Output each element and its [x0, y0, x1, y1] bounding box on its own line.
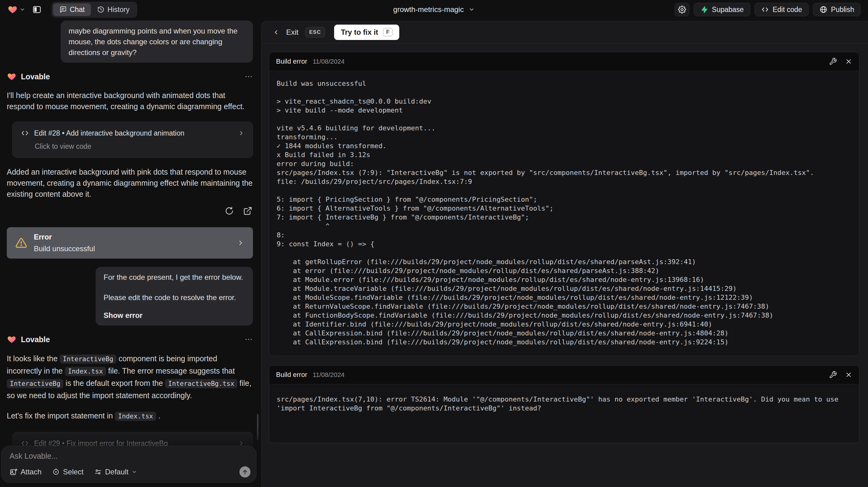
- inline-code: Index.tsx: [115, 412, 156, 421]
- lovable-heart-icon: [7, 5, 18, 14]
- inline-code: Index.tsx: [65, 367, 106, 376]
- assistant-paragraph: I'll help create an interactive backgrou…: [7, 90, 253, 112]
- supabase-button-label: Supabase: [712, 5, 744, 14]
- send-button[interactable]: [240, 466, 250, 478]
- edit-28-title: Edit #28 • Add interactive background an…: [34, 129, 184, 138]
- project-switcher[interactable]: growth-metrics-magic: [393, 5, 474, 14]
- build-error-card-2: Build error 11/08/2024 src/pages/Index.t…: [269, 365, 859, 443]
- build-error-card-1: Build error 11/08/2024 Build was unsucce…: [269, 52, 859, 356]
- edit-28-card[interactable]: Edit #28 • Add interactive background an…: [12, 122, 253, 158]
- project-name: growth-metrics-magic: [393, 5, 464, 14]
- sliders-icon: [94, 468, 102, 476]
- edit-code-button-label: Edit code: [773, 5, 802, 14]
- exit-button-label: Exit: [286, 28, 299, 37]
- ask-lovable-input[interactable]: [9, 452, 194, 464]
- lovable-heart-icon: [7, 72, 17, 81]
- build-error-list: Build error 11/08/2024 Build was unsucce…: [261, 43, 868, 443]
- code-brackets-icon: [21, 129, 29, 138]
- chat-bubble-icon: [59, 6, 67, 13]
- inline-code: InteractiveBg: [60, 355, 116, 364]
- model-selector[interactable]: Default: [94, 468, 137, 476]
- chat-scrollbar[interactable]: [257, 414, 258, 440]
- exit-button[interactable]: Exit ESC: [273, 27, 325, 37]
- select-button-label: Select: [63, 468, 84, 476]
- chat-panel: maybe diagramming points and when you mo…: [0, 19, 260, 487]
- build-error-date: 11/08/2024: [313, 58, 345, 65]
- wrench-icon[interactable]: [829, 58, 837, 65]
- gear-icon: [678, 5, 686, 13]
- select-target-icon: [52, 468, 60, 476]
- top-bar: Chat History growth-metrics-magic: [0, 0, 868, 19]
- arrow-up-icon: [242, 468, 248, 475]
- assistant-paragraph: Added an interactive background with pin…: [7, 166, 253, 200]
- fix-panel-header: Exit ESC Try to fix it F: [261, 21, 868, 43]
- user-message-text: Please edit the code to resolve the erro…: [103, 292, 245, 303]
- attach-button-label: Attach: [21, 468, 41, 476]
- build-error-log: Build was unsuccessful > vite_react_shad…: [269, 71, 859, 356]
- attach-image-icon: [9, 468, 18, 476]
- more-menu-icon[interactable]: [244, 72, 253, 81]
- tab-history-label: History: [107, 5, 130, 14]
- chat-composer: Attach Select Default: [1, 446, 256, 483]
- supabase-bolt-icon: [700, 5, 708, 13]
- build-error-card-header: Build error 11/08/2024: [269, 52, 859, 71]
- chevron-left-icon: [273, 29, 279, 36]
- edit-code-button[interactable]: Edit code: [754, 3, 809, 16]
- publish-button-label: Publish: [831, 5, 854, 14]
- assistant-header: Lovable: [7, 72, 253, 81]
- attach-button[interactable]: Attach: [9, 468, 41, 476]
- close-icon[interactable]: [845, 371, 852, 378]
- globe-icon: [819, 5, 828, 13]
- chevron-down-icon: [469, 6, 475, 12]
- chevron-right-icon: [237, 239, 244, 247]
- error-fix-panel: Exit ESC Try to fix it F Build error 11/…: [261, 21, 868, 487]
- try-to-fix-button[interactable]: Try to fix it F: [334, 25, 399, 40]
- show-error-link[interactable]: Show error: [103, 310, 245, 321]
- user-message-text: For the code present, I get the error be…: [103, 272, 245, 282]
- supabase-button[interactable]: Supabase: [694, 3, 750, 16]
- assistant-paragraph: Let's fix the import statement in Index.…: [7, 410, 253, 422]
- retry-icon[interactable]: [224, 206, 235, 216]
- close-icon[interactable]: [845, 58, 852, 65]
- wrench-icon[interactable]: [829, 371, 837, 379]
- sidebar-toggle-button[interactable]: [30, 3, 44, 16]
- assistant-name: Lovable: [21, 335, 50, 344]
- assistant-name: Lovable: [21, 72, 50, 81]
- more-menu-icon[interactable]: [244, 335, 253, 344]
- history-clock-icon: [97, 6, 104, 13]
- inline-code: InteractiveBg: [7, 379, 63, 388]
- user-message: maybe diagramming points and when you mo…: [61, 21, 253, 63]
- error-card-subtitle: Build unsuccessful: [34, 244, 95, 253]
- open-external-icon[interactable]: [243, 206, 253, 216]
- lovable-logo-menu[interactable]: [7, 5, 25, 14]
- f-key-badge: F: [383, 28, 393, 36]
- tab-chat[interactable]: Chat: [53, 3, 91, 16]
- build-error-title: Build error: [276, 58, 307, 65]
- error-card-title: Error: [34, 233, 95, 241]
- build-error-card-header: Build error 11/08/2024: [269, 366, 859, 384]
- lovable-heart-icon: [7, 335, 17, 344]
- build-error-title: Build error: [276, 371, 307, 379]
- model-selector-label: Default: [105, 468, 128, 476]
- code-brackets-icon: [761, 5, 769, 13]
- tab-history[interactable]: History: [91, 3, 136, 16]
- edit-28-subtitle: Click to view code: [35, 142, 245, 151]
- user-message-text: maybe diagramming points and when you mo…: [68, 27, 238, 57]
- publish-button[interactable]: Publish: [813, 3, 861, 16]
- try-to-fix-label: Try to fix it: [341, 28, 378, 37]
- inline-code: InteractiveBg.tsx: [165, 379, 237, 388]
- build-error-log: src/pages/Index.tsx(7,10): error TS2614:…: [269, 384, 859, 443]
- user-message: For the code present, I get the error be…: [96, 267, 253, 326]
- build-error-date: 11/08/2024: [313, 371, 345, 378]
- message-actions: [7, 206, 253, 216]
- build-error-status-card[interactable]: Error Build unsuccessful: [7, 227, 253, 258]
- select-button[interactable]: Select: [52, 468, 84, 476]
- chevron-down-icon: [131, 469, 137, 475]
- warning-triangle-icon: [16, 237, 27, 249]
- tab-chat-label: Chat: [70, 5, 85, 14]
- assistant-header: Lovable: [7, 335, 253, 344]
- assistant-paragraph: It looks like the InteractiveBg componen…: [7, 353, 253, 401]
- chat-history-tab-group: Chat History: [52, 2, 137, 18]
- settings-button[interactable]: [675, 3, 689, 16]
- esc-key-badge: ESC: [305, 27, 325, 37]
